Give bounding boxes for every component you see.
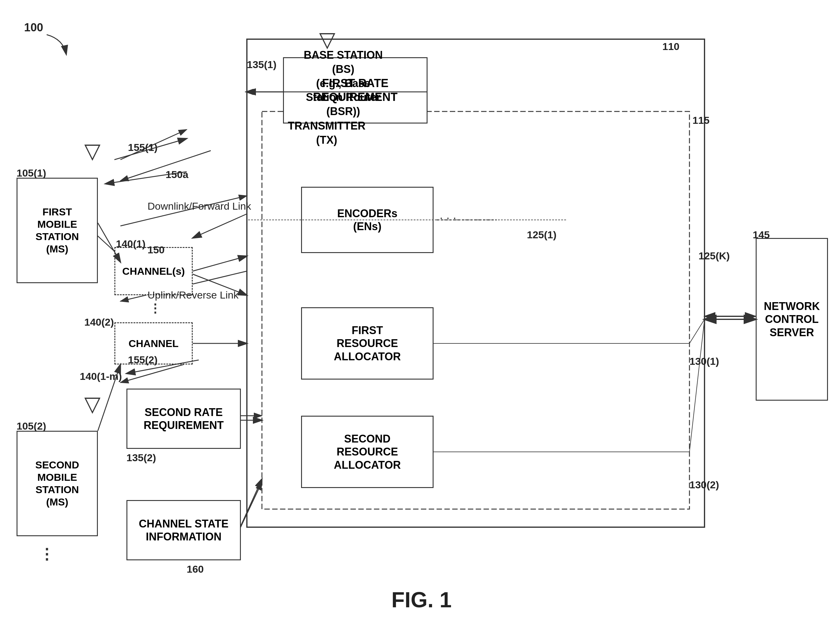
ref-135-2: 135(2) bbox=[126, 452, 156, 464]
network-control-box: NETWORK CONTROL SERVER bbox=[756, 238, 828, 401]
svg-line-20 bbox=[193, 214, 247, 238]
first-mobile-box: FIRST MOBILE STATION (MS) bbox=[17, 178, 98, 283]
diagram: 100 FIRST RATE REQUIREMENT 135(1) 110 BA… bbox=[0, 0, 840, 632]
ref-130-2: 130(2) bbox=[690, 479, 719, 491]
encoders-box: ENCODERs (ENs) bbox=[301, 187, 434, 253]
ref-140-2: 140(2) bbox=[84, 316, 114, 328]
antenna-first-mobile: ▽ bbox=[84, 139, 101, 163]
network-control-label: NETWORK CONTROL SERVER bbox=[764, 300, 820, 339]
channel-state-label: CHANNEL STATE INFORMATION bbox=[139, 517, 229, 543]
channel-state-box: CHANNEL STATE INFORMATION bbox=[126, 500, 241, 560]
second-resource-label: SECOND RESOURCE ALLOCATOR bbox=[334, 432, 401, 472]
ref-105-1: 105(1) bbox=[17, 167, 46, 179]
ref-125-k: 125(K) bbox=[698, 250, 730, 262]
svg-line-35 bbox=[690, 319, 704, 452]
base-station-label: BASE STATION (BS) (e.g., Base Station Ro… bbox=[268, 48, 418, 119]
ref-110: 110 bbox=[662, 41, 679, 52]
ref-150: 150 bbox=[147, 244, 165, 256]
second-rate-box: SECOND RATE REQUIREMENT bbox=[126, 389, 241, 449]
ref-115: 115 bbox=[693, 114, 710, 126]
channel-label: CHANNEL bbox=[129, 337, 178, 350]
first-resource-box: FIRST RESOURCE ALLOCATOR bbox=[301, 307, 434, 380]
channels-label: CHANNEL(s) bbox=[122, 265, 185, 277]
second-resource-box: SECOND RESOURCE ALLOCATOR bbox=[301, 416, 434, 488]
ref-140-1m: 140(1-m) bbox=[80, 371, 122, 382]
ref-145: 145 bbox=[753, 229, 770, 241]
second-rate-label: SECOND RATE REQUIREMENT bbox=[144, 406, 224, 432]
ref-105-2: 105(2) bbox=[17, 420, 46, 432]
encoders-dots: · · · bbox=[440, 211, 456, 225]
dots-channels: ⋮ bbox=[149, 301, 161, 315]
ref-125-1: 125(1) bbox=[527, 229, 556, 241]
antenna-second-mobile: ▽ bbox=[84, 391, 101, 416]
ref-160: 160 bbox=[187, 563, 204, 575]
svg-line-25 bbox=[193, 256, 247, 271]
svg-line-9 bbox=[120, 364, 184, 383]
antenna-base-station: ▽ bbox=[319, 27, 335, 52]
ref-140-1: 140(1) bbox=[116, 238, 145, 250]
ref-155-2: 155(2) bbox=[128, 354, 158, 366]
transmitter-label: TRANSMITTER (TX) bbox=[270, 119, 384, 147]
svg-line-28 bbox=[241, 479, 262, 526]
ref-100: 100 bbox=[24, 21, 43, 34]
downlink-label: Downlink/Forward Link bbox=[147, 200, 251, 212]
second-mobile-label: SECOND MOBILE STATION (MS) bbox=[35, 459, 79, 508]
uplink-label: Uplink/Reverse Link bbox=[147, 289, 238, 301]
first-resource-label: FIRST RESOURCE ALLOCATOR bbox=[334, 324, 401, 363]
second-mobile-box: SECOND MOBILE STATION (MS) bbox=[17, 431, 98, 536]
figure-title: FIG. 1 bbox=[331, 588, 512, 612]
ref-155-1: 155(1) bbox=[128, 142, 158, 153]
encoders-label: ENCODERs (ENs) bbox=[337, 207, 398, 233]
first-mobile-label: FIRST MOBILE STATION (MS) bbox=[36, 206, 79, 255]
ref-150a: 150a bbox=[166, 169, 188, 181]
ref-130-1: 130(1) bbox=[690, 355, 719, 367]
svg-line-33 bbox=[690, 319, 704, 344]
dots-bottom: ⋮ bbox=[39, 545, 54, 563]
